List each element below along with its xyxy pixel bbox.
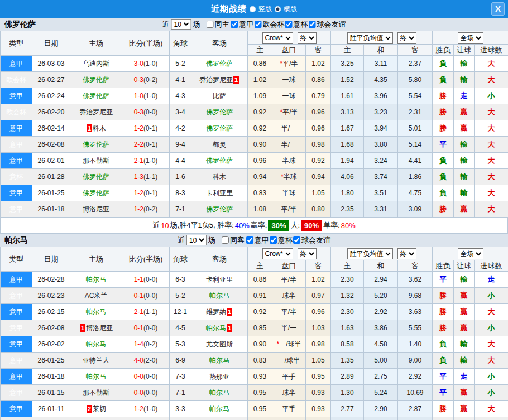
league-checkbox[interactable] (231, 21, 238, 28)
team-label: 佛罗伦萨 (83, 173, 109, 181)
away-team-cell: 帕尔马 (191, 353, 248, 369)
scope-dropdown: 全场 (433, 31, 508, 45)
avg-draw-cell: 5.00 (364, 353, 398, 369)
league-cell: 意甲 (1, 288, 32, 304)
league-cell: 意甲 (1, 320, 32, 336)
score-cell: 0-2(0-1) (122, 417, 170, 420)
same-venue-filter[interactable]: 同主 (207, 20, 229, 30)
same-venue-checkbox[interactable] (207, 21, 214, 28)
avg-home-cell: 9.11 (331, 417, 364, 420)
league-cell: 意甲 (1, 185, 32, 201)
league-checkbox[interactable] (255, 21, 262, 28)
handicap-result-cell: 贏 (454, 288, 475, 304)
col-result: 胜负 (433, 260, 454, 272)
odds-home-cell: 0.86 (248, 272, 272, 288)
close-button[interactable]: X (491, 2, 505, 16)
league-filter[interactable]: 球会友谊 (293, 235, 330, 245)
avg-draw-cell: 3.23 (364, 104, 398, 120)
corner-cell: 3-4 (170, 104, 191, 120)
league-filter[interactable]: 意甲 (246, 235, 269, 245)
horizontal-layout-label[interactable]: 横版 (284, 4, 297, 14)
handicap-result-cell: 輸 (454, 336, 475, 353)
league-cell: 意甲 (1, 353, 32, 369)
result-cell: 勝 (433, 201, 454, 218)
corner-cell: 1-3 (170, 417, 191, 420)
handicap-cell: *平/半 (272, 56, 306, 72)
col-date: 日期 (32, 247, 70, 272)
avg-stage-select[interactable]: 终 (397, 32, 416, 44)
same-venue-checkbox[interactable] (222, 236, 229, 244)
col-corner: 角球 (170, 247, 191, 272)
avg-away-cell: 4.75 (398, 185, 433, 201)
corner-cell: 6-9 (170, 353, 191, 369)
league-checkbox[interactable] (293, 236, 300, 244)
match-count-select[interactable]: 10 (186, 235, 207, 245)
summary-segment: 40% (235, 221, 250, 230)
rank-badge: 1 (227, 308, 232, 316)
avg-type-select[interactable]: 胜平负均值 (347, 32, 393, 44)
score-cell: 0-3(0-2) (122, 72, 170, 88)
result-cell: 負 (433, 185, 454, 201)
odds-home-cell: 0.90 (248, 336, 272, 353)
date-cell: 26-02-02 (32, 336, 70, 353)
scope-select[interactable]: 全场 (458, 248, 483, 259)
odds-source-select[interactable]: Crow* (262, 32, 293, 44)
league-filter[interactable]: 意甲 (231, 20, 254, 30)
league-filter[interactable]: 欧会杯 (255, 20, 285, 30)
team-name: 佛罗伦萨 (4, 20, 36, 30)
avg-away-cell: 5.01 (398, 120, 433, 137)
odds-home-cell: 0.93 (248, 369, 272, 385)
avg-home-cell: 3.25 (331, 56, 364, 72)
odds-home-cell: 0.83 (248, 185, 272, 201)
odds-stage-select[interactable]: 终 (298, 248, 317, 259)
odds-source-select[interactable]: Crow* (262, 248, 293, 259)
league-filter[interactable]: 球会友谊 (309, 20, 346, 30)
avg-home-cell: 3.13 (331, 104, 364, 120)
goals-result-cell: 小 (475, 320, 508, 336)
away-team-cell: 佛罗伦萨 (191, 56, 248, 72)
goals-result-cell: 走 (475, 272, 508, 288)
match-row: 意甲26-02-01那不勒斯2-1(1-0)4-4佛罗伦萨0.96半球0.921… (1, 153, 508, 169)
same-venue-filter[interactable]: 同客 (222, 235, 245, 245)
avg-draw-cell: 3.86 (364, 320, 398, 336)
odds-stage-select[interactable]: 终 (298, 32, 317, 44)
match-rows: 意甲26-02-28帕尔马1-1(0-0)6-3卡利亚里0.86平/半1.022… (1, 272, 508, 420)
league-filter[interactable]: 意杯 (285, 20, 308, 30)
league-filter[interactable]: 意杯 (270, 235, 293, 245)
avg-home-cell: 2.30 (331, 304, 364, 320)
away-team-cell: 乔治罗尼亚1 (191, 72, 248, 88)
score-cell: 1-4(0-2) (122, 336, 170, 353)
avg-home-cell: 1.52 (331, 72, 364, 88)
odds-away-cell: 1.05 (306, 185, 331, 201)
col-handicap: 盘口 (272, 45, 306, 56)
vertical-layout-radio[interactable] (250, 6, 256, 12)
col-odds-home: 主 (248, 45, 272, 56)
away-team-cell: 比萨 (191, 88, 248, 104)
horizontal-layout-radio[interactable] (275, 6, 281, 12)
date-cell: 26-02-27 (32, 72, 70, 88)
odds-home-cell: 1.02 (248, 72, 272, 88)
avg-stage-select[interactable]: 终 (397, 248, 416, 259)
home-team-cell: 乔治罗尼亚 (70, 104, 122, 120)
odds-away-cell: 1.03 (306, 320, 331, 336)
away-team-cell: 卡利亚里 (191, 185, 248, 201)
team-label: 帕尔马 (209, 405, 229, 413)
match-row: 意甲26-01-25佛罗伦萨1-2(0-1)8-3卡利亚里0.83半球1.051… (1, 185, 508, 201)
away-team-cell: 热那亚 (191, 369, 248, 385)
match-count-select[interactable]: 10 (171, 19, 191, 30)
league-checkbox[interactable] (246, 236, 253, 244)
handicap-cell: *平/半 (272, 104, 306, 120)
odds-away-cell: 0.98 (306, 137, 331, 153)
date-cell: 26-01-25 (32, 185, 70, 201)
near-label: 近 (162, 20, 170, 30)
vertical-layout-label[interactable]: 竖版 (258, 4, 272, 14)
avg-draw-cell: 5.18 (364, 417, 398, 420)
scope-select[interactable]: 全场 (458, 32, 483, 44)
league-checkbox[interactable] (285, 21, 293, 28)
league-checkbox[interactable] (270, 236, 277, 244)
avg-type-select[interactable]: 胜平负均值 (347, 248, 393, 259)
league-checkbox[interactable] (309, 21, 316, 28)
handicap-cell: 半球 (272, 185, 306, 201)
result-cell: 負 (433, 56, 454, 72)
goals-result-cell: 大 (475, 401, 508, 417)
